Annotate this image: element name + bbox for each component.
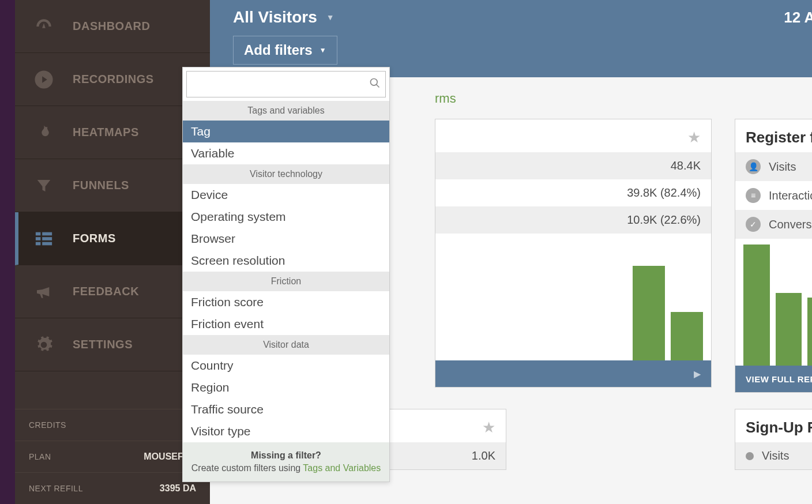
visitors-dropdown[interactable]: All Visitors ▼	[233, 8, 334, 27]
register-chart	[735, 239, 812, 366]
partial-interactions-value: 39.8K (82.4%)	[435, 179, 711, 206]
nav-settings[interactable]: SETTINGS	[15, 318, 210, 371]
refill-label: NEXT REFILL	[29, 484, 83, 493]
filter-option-traffic-source[interactable]: Traffic source	[183, 398, 389, 420]
filter-option-variable[interactable]: Variable	[183, 142, 389, 164]
filter-option-screen-resolution[interactable]: Screen resolution	[183, 250, 389, 272]
view-full-report-button[interactable]: VIEW FULL REPORT ▶	[735, 366, 812, 392]
refill-row: NEXT REFILL 3395 DA	[15, 472, 210, 504]
dropdown-footer: Missing a filter? Create custom filters …	[183, 442, 389, 482]
visits-label: Visits	[769, 160, 796, 174]
svg-rect-4	[42, 237, 52, 240]
star-icon[interactable]: ★	[687, 129, 701, 146]
account-info: CREDITS 7. PLAN MOUSEFLO NEXT REFILL 339…	[15, 409, 210, 504]
nav-forms[interactable]: FORMS	[15, 212, 210, 265]
gear-icon	[32, 333, 55, 356]
search-icon	[369, 77, 381, 92]
conversions-row: ✓Conversions 10.9K (22.6%)	[735, 210, 812, 239]
footer-hint-prefix: Create custom filters using	[191, 463, 303, 473]
topbar: All Visitors ▼ 12 Aug 2020 - 12 Aug 2021…	[210, 0, 812, 77]
partial-card: ★ 48.4K 39.8K (82.4%) 10.9K (22.6%) ▶	[435, 119, 712, 388]
megaphone-icon	[32, 280, 55, 303]
partial-chart	[435, 234, 711, 360]
user-icon: 👤	[746, 159, 761, 174]
star-icon[interactable]: ★	[482, 419, 495, 437]
footer-hint: Create custom filters using Tags and Var…	[183, 463, 389, 473]
list-icon: ≡	[746, 188, 761, 203]
filter-option-tag[interactable]: Tag	[183, 121, 389, 142]
svg-rect-1	[36, 232, 41, 235]
chevron-down-icon: ▼	[326, 13, 334, 22]
partial-card-column: ★ 48.4K 39.8K (82.4%) 10.9K (22.6%) ▶	[435, 119, 712, 409]
check-icon: ✓	[746, 217, 761, 232]
partial-conversions-value: 10.9K (22.6%)	[435, 206, 711, 234]
svg-rect-5	[36, 242, 41, 245]
card-column-right: Register form ★ 👤Visits 48.4K ≡Interacti…	[735, 119, 812, 409]
nav-label: SETTINGS	[73, 338, 133, 351]
filter-search-input[interactable]	[191, 74, 369, 95]
nav-heatmaps[interactable]: HEATMAPS	[15, 106, 210, 159]
nav-label: FORMS	[73, 232, 116, 245]
breadcrumb-fragment: rms	[435, 91, 812, 106]
interactions-row: ≡Interactions 39.8K (82.4%)	[735, 181, 812, 210]
nav-label: HEATMAPS	[73, 126, 139, 139]
dropdown-section-header: Visitor data	[183, 335, 389, 355]
partial-view-full[interactable]: ▶	[435, 360, 711, 387]
visitors-label: All Visitors	[233, 8, 317, 27]
nav-funnels[interactable]: FUNNELS	[15, 159, 210, 212]
dropdown-section-header: Friction	[183, 272, 389, 291]
dropdown-section-header: Tags and variables	[183, 101, 389, 121]
nav-dashboard[interactable]: DASHBOARD	[15, 0, 210, 53]
play-icon	[32, 68, 55, 91]
card-title: Sign-Up Form	[746, 419, 812, 437]
nav-label: DASHBOARD	[73, 20, 151, 33]
nav-feedback[interactable]: FEEDBACK	[15, 265, 210, 318]
visits-row: 👤Visits 48.4K	[735, 152, 812, 181]
date-range[interactable]: 12 Aug 2020 - 12 Aug 2021	[784, 9, 812, 27]
add-filters-button[interactable]: Add filters ▼	[233, 36, 337, 65]
filter-option-operating-system[interactable]: Operating system	[183, 206, 389, 228]
tags-variables-link[interactable]: Tags and Variables	[303, 463, 381, 473]
conversions-label: Conversions	[769, 218, 812, 231]
flame-icon	[32, 121, 55, 144]
dropdown-section-header: Visitor technology	[183, 164, 389, 184]
refill-value: 3395 DA	[160, 483, 196, 494]
card-title: Register form	[746, 129, 812, 146]
filter-option-friction-score[interactable]: Friction score	[183, 291, 389, 313]
visits-row: Visits 48.4K	[735, 442, 812, 469]
sidebar: DASHBOARD RECORDINGS HEATMAPS FUNNELS	[15, 0, 210, 504]
plan-row: PLAN MOUSEFLO	[15, 441, 210, 472]
credits-label: CREDITS	[29, 420, 66, 430]
svg-point-7	[371, 78, 378, 85]
footer-question: Missing a filter?	[183, 450, 389, 461]
nav-recordings[interactable]: RECORDINGS	[15, 53, 210, 106]
view-full-label: VIEW FULL REPORT	[746, 374, 812, 384]
svg-rect-2	[42, 232, 52, 235]
svg-rect-3	[36, 237, 41, 240]
gauge-icon	[32, 15, 55, 38]
nav-label: FEEDBACK	[73, 285, 139, 298]
nav-label: FUNNELS	[73, 179, 129, 192]
svg-rect-6	[42, 242, 52, 245]
dropdown-search	[183, 67, 389, 101]
filter-option-country[interactable]: Country	[183, 355, 389, 377]
nav: DASHBOARD RECORDINGS HEATMAPS FUNNELS	[15, 0, 210, 409]
interactions-label: Interactions	[769, 189, 812, 202]
filter-option-visitor-type[interactable]: Visitor type	[183, 420, 389, 442]
filter-option-browser[interactable]: Browser	[183, 228, 389, 250]
forms-icon	[32, 227, 55, 250]
filter-option-device[interactable]: Device	[183, 184, 389, 206]
filter-option-region[interactable]: Region	[183, 377, 389, 398]
partial-visits-value: 48.4K	[435, 152, 711, 179]
visits-value: 1.0K	[472, 449, 495, 462]
filters-dropdown: Tags and variablesTagVariableVisitor tec…	[182, 67, 390, 482]
filter-option-friction-event[interactable]: Friction event	[183, 313, 389, 335]
credits-row: CREDITS 7.	[15, 409, 210, 441]
plan-label: PLAN	[29, 452, 51, 461]
chevron-down-icon: ▼	[319, 46, 326, 54]
register-form-card: Register form ★ 👤Visits 48.4K ≡Interacti…	[735, 119, 812, 393]
add-filters-label: Add filters	[244, 42, 313, 58]
chevron-right-icon: ▶	[694, 368, 701, 379]
signup-form-card: Sign-Up Form ★ Visits 48.4K	[735, 409, 812, 470]
funnel-icon	[32, 174, 55, 197]
